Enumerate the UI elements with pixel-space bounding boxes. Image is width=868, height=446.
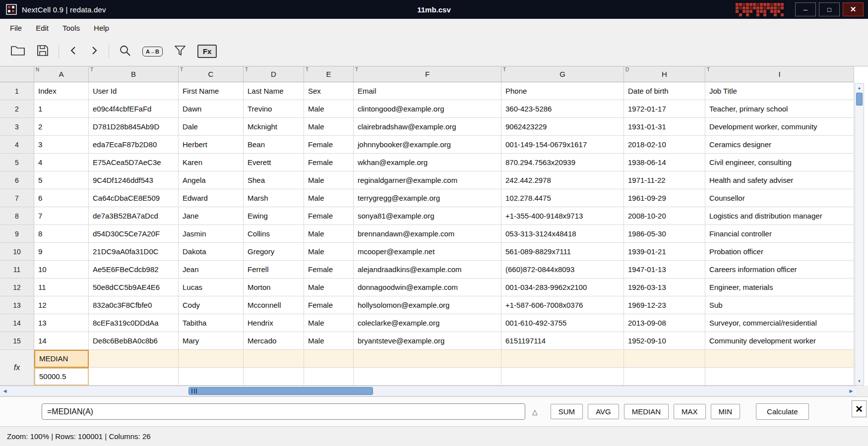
column-header-C[interactable]: TC — [179, 66, 244, 82]
cell-H7[interactable]: 1961-09-29 — [624, 189, 705, 207]
cell-C1[interactable]: First Name — [179, 82, 244, 100]
menu-edit[interactable]: Edit — [29, 21, 56, 35]
cell-I10[interactable]: Probation officer — [705, 243, 854, 261]
cell-B12[interactable]: 50e8dCC5b9AE4E6 — [89, 279, 179, 296]
fx-result-cell-E[interactable] — [304, 368, 354, 386]
cell-I15[interactable]: Community development worker — [705, 332, 854, 350]
cell-F13[interactable]: hollysolomon@example.org — [354, 296, 501, 314]
cell-H10[interactable]: 1939-01-21 — [624, 243, 705, 261]
fx-result-cell-G[interactable] — [501, 368, 624, 386]
cell-A10[interactable]: 9 — [34, 243, 89, 261]
row-number-11[interactable]: 11 — [0, 261, 34, 279]
cell-I2[interactable]: Teacher, primary school — [705, 100, 854, 118]
menu-help[interactable]: Help — [87, 21, 116, 35]
cell-C9[interactable]: Jasmin — [179, 225, 244, 243]
cell-A11[interactable]: 10 — [34, 261, 89, 279]
fx-cell-G[interactable] — [501, 350, 624, 368]
cell-C14[interactable]: Tabitha — [179, 314, 244, 332]
cell-C6[interactable]: Angela — [179, 171, 244, 189]
cell-D6[interactable]: Shea — [244, 171, 304, 189]
menu-tools[interactable]: Tools — [56, 21, 87, 35]
cell-A5[interactable]: 4 — [34, 154, 89, 171]
cell-C7[interactable]: Edward — [179, 189, 244, 207]
cell-G13[interactable]: +1-587-606-7008x0376 — [501, 296, 624, 314]
scroll-up-button[interactable]: ▲ — [855, 84, 864, 92]
search-button[interactable] — [117, 43, 133, 60]
cell-F12[interactable]: donnagoodwin@example.com — [354, 279, 501, 296]
cell-D11[interactable]: Ferrell — [244, 261, 304, 279]
cell-F14[interactable]: coleclarke@example.org — [354, 314, 501, 332]
min-button[interactable]: MIN — [711, 404, 741, 419]
cell-C12[interactable]: Lucas — [179, 279, 244, 296]
cell-A12[interactable]: 11 — [34, 279, 89, 296]
horizontal-scrollbar-track[interactable] — [10, 386, 846, 396]
median-button[interactable]: MEDIAN — [624, 404, 669, 419]
column-header-H[interactable]: DH — [624, 66, 705, 82]
cell-E3[interactable]: Male — [304, 118, 354, 136]
cell-G7[interactable]: 102.278.4475 — [501, 189, 624, 207]
cell-G10[interactable]: 561-089-8829x7111 — [501, 243, 624, 261]
cell-G1[interactable]: Phone — [501, 82, 624, 100]
row-number-9[interactable]: 9 — [0, 225, 34, 243]
cell-C4[interactable]: Herbert — [179, 136, 244, 154]
column-header-F[interactable]: TF — [354, 66, 501, 82]
cell-H13[interactable]: 1969-12-23 — [624, 296, 705, 314]
cell-C15[interactable]: Mary — [179, 332, 244, 350]
close-button[interactable]: ✕ — [843, 2, 864, 16]
cell-E8[interactable]: Female — [304, 207, 354, 225]
scroll-right-button[interactable]: ▶ — [846, 386, 856, 396]
forward-button[interactable] — [88, 43, 101, 60]
avg-button[interactable]: AVG — [588, 404, 619, 419]
cell-B2[interactable]: e09c4f4cbfEFaFd — [89, 100, 179, 118]
cell-A6[interactable]: 5 — [34, 171, 89, 189]
cell-E13[interactable]: Female — [304, 296, 354, 314]
cell-D3[interactable]: Mcknight — [244, 118, 304, 136]
cell-G12[interactable]: 001-034-283-9962x2100 — [501, 279, 624, 296]
cell-A4[interactable]: 3 — [34, 136, 89, 154]
cell-B13[interactable]: 832a0c3F8Cfbfe0 — [89, 296, 179, 314]
cell-C10[interactable]: Dakota — [179, 243, 244, 261]
cell-B10[interactable]: 21DC9aA0fa31D0C — [89, 243, 179, 261]
cell-H12[interactable]: 1926-03-13 — [624, 279, 705, 296]
fx-result-cell-D[interactable] — [244, 368, 304, 386]
cell-E11[interactable]: Female — [304, 261, 354, 279]
cell-D13[interactable]: Mcconnell — [244, 296, 304, 314]
cell-G2[interactable]: 360-423-5286 — [501, 100, 624, 118]
fx-function-cell[interactable]: MEDIAN — [34, 350, 89, 368]
scroll-down-button[interactable]: ▼ — [855, 377, 864, 385]
cell-A7[interactable]: 6 — [34, 189, 89, 207]
cell-C13[interactable]: Cody — [179, 296, 244, 314]
cell-H3[interactable]: 1931-01-31 — [624, 118, 705, 136]
row-number-8[interactable]: 8 — [0, 207, 34, 225]
cell-B11[interactable]: Ae5E6FBeCdcb982 — [89, 261, 179, 279]
cell-H4[interactable]: 2018-02-10 — [624, 136, 705, 154]
cell-D1[interactable]: Last Name — [244, 82, 304, 100]
cell-E2[interactable]: Male — [304, 100, 354, 118]
fx-cell-D[interactable] — [244, 350, 304, 368]
cell-I3[interactable]: Development worker, community — [705, 118, 854, 136]
fx-result-cell[interactable]: 50000.5 — [34, 368, 89, 386]
cell-B9[interactable]: d54D30C5Ce7A20F — [89, 225, 179, 243]
cell-E12[interactable]: Male — [304, 279, 354, 296]
fx-cell-C[interactable] — [179, 350, 244, 368]
row-number-6[interactable]: 6 — [0, 171, 34, 189]
fx-cell-B[interactable] — [89, 350, 179, 368]
column-header-E[interactable]: TE — [304, 66, 354, 82]
cell-I8[interactable]: Logistics and distribution manager — [705, 207, 854, 225]
horizontal-scrollbar-thumb[interactable] — [188, 387, 373, 395]
cell-G5[interactable]: 870.294.7563x20939 — [501, 154, 624, 171]
cell-E4[interactable]: Female — [304, 136, 354, 154]
column-header-B[interactable]: TB — [89, 66, 179, 82]
cell-D15[interactable]: Mercado — [244, 332, 304, 350]
cell-D8[interactable]: Ewing — [244, 207, 304, 225]
cell-I1[interactable]: Job Title — [705, 82, 854, 100]
row-number-13[interactable]: 13 — [0, 296, 34, 314]
cell-F6[interactable]: reginaldgarner@example.com — [354, 171, 501, 189]
column-header-A[interactable]: NA — [34, 66, 89, 82]
cell-D9[interactable]: Collins — [244, 225, 304, 243]
cell-H14[interactable]: 2013-09-08 — [624, 314, 705, 332]
cell-E1[interactable]: Sex — [304, 82, 354, 100]
cell-F5[interactable]: wkhan@example.org — [354, 154, 501, 171]
cell-G11[interactable]: (660)872-0844x8093 — [501, 261, 624, 279]
formula-toggle-button[interactable]: Fx — [196, 43, 219, 59]
